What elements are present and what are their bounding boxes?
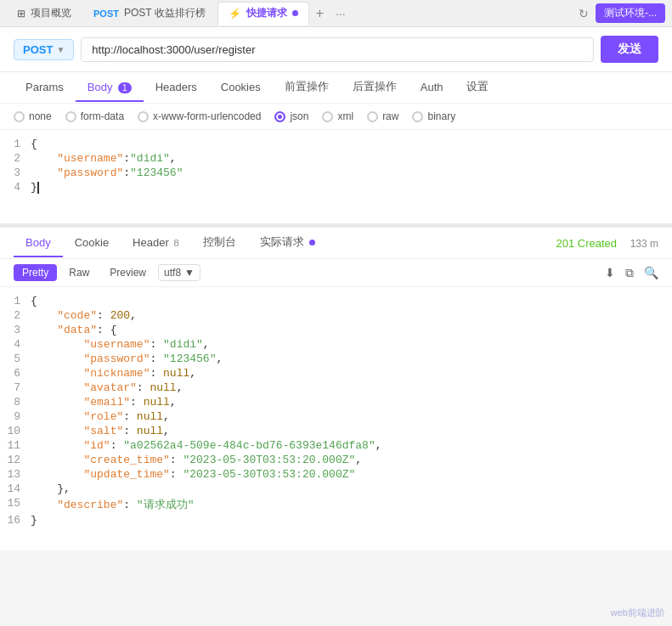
req-line-2: 2 "username":"didi", [0, 151, 672, 166]
method-dropdown-icon: ▼ [56, 45, 65, 54]
search-icon[interactable]: 🔍 [644, 266, 658, 280]
req-line-4: 4 } [0, 180, 672, 195]
tab-quick-request[interactable]: ⚡ 快捷请求 [217, 2, 309, 25]
env-button[interactable]: 测试环境-... [596, 3, 665, 23]
tab-post-income-label: POST 收益排行榜 [124, 6, 206, 20]
tab-params[interactable]: Params [14, 74, 76, 102]
response-status: 201 Created 133 m [556, 237, 658, 250]
radio-binary[interactable]: binary [412, 110, 455, 122]
tab-quick-request-label: 快捷请求 [246, 6, 287, 20]
resp-tab-cookie[interactable]: Cookie [63, 229, 121, 257]
format-icons: ⬇ ⧉ 🔍 [605, 266, 658, 280]
tab-overview[interactable]: ⊞ 项目概览 [7, 2, 82, 25]
resp-line-3: 3 "data": { [0, 323, 672, 337]
post-label: POST [93, 8, 119, 19]
radio-none[interactable]: none [14, 110, 52, 122]
encoding-select[interactable]: utf8 ▼ [158, 264, 200, 281]
resp-line-16: 16 } [0, 513, 672, 527]
resp-line-15: 15 "describe": "请求成功" [0, 496, 672, 513]
tab-bar: ⊞ 项目概览 POST POST 收益排行榜 ⚡ 快捷请求 + ··· ↻ 测试… [0, 0, 672, 27]
request-section: Params Body 1 Headers Cookies 前置操作 后置操作 … [0, 72, 672, 227]
body-type-row: none form-data x-www-form-urlencoded jso… [0, 104, 672, 130]
tab-more-button[interactable]: ··· [330, 7, 351, 20]
header-badge: 8 [173, 238, 178, 248]
method-label: POST [23, 43, 53, 56]
req-line-3: 3 "password":"123456" [0, 166, 672, 180]
tab-headers[interactable]: Headers [144, 74, 209, 102]
radio-json[interactable]: json [274, 110, 308, 122]
url-bar: POST ▼ 发送 [0, 27, 672, 72]
format-bar: Pretty Raw Preview utf8 ▼ ⬇ ⧉ 🔍 [0, 259, 672, 287]
encoding-dropdown-icon: ▼ [184, 267, 195, 279]
radio-xml[interactable]: xml [322, 110, 353, 122]
tab-settings[interactable]: 设置 [455, 72, 500, 103]
bolt-icon: ⚡ [229, 8, 241, 20]
copy-icon[interactable]: ⧉ [625, 266, 634, 280]
resp-line-9: 9 "role": null, [0, 409, 672, 424]
response-size: 133 m [630, 238, 658, 250]
request-body-editor[interactable]: 1 { 2 "username":"didi", 3 "password":"1… [0, 130, 672, 223]
radio-none-circle [14, 111, 25, 122]
resp-line-14: 14 }, [0, 482, 672, 496]
resp-line-11: 11 "id": "a02562a4-509e-484c-bd76-6393e1… [0, 438, 672, 453]
url-input[interactable] [81, 37, 594, 62]
tab-post-op[interactable]: 后置操作 [341, 72, 409, 103]
actual-request-dot [309, 240, 315, 245]
resp-tab-actual-request[interactable]: 实际请求 [248, 228, 328, 258]
response-body-viewer: 1 { 2 "code": 200, 3 "data": { 4 "userna… [0, 287, 672, 550]
resp-line-5: 5 "password": "123456", [0, 352, 672, 366]
radio-raw-circle [367, 111, 378, 122]
resp-line-1: 1 { [0, 294, 672, 308]
body-badge: 1 [118, 82, 132, 93]
tab-right-area: ↻ 测试环境-... [579, 3, 665, 23]
response-section: Body Cookie Header 8 控制台 实际请求 201 Create… [0, 227, 672, 550]
radio-form-data-circle [65, 111, 76, 122]
method-select[interactable]: POST ▼ [14, 39, 74, 60]
radio-form-data[interactable]: form-data [65, 110, 124, 122]
radio-raw[interactable]: raw [367, 110, 398, 122]
resp-line-10: 10 "salt": null, [0, 424, 672, 438]
fmt-pretty-button[interactable]: Pretty [14, 264, 57, 281]
resp-line-7: 7 "avatar": null, [0, 381, 672, 395]
resp-tab-console[interactable]: 控制台 [191, 228, 248, 258]
encoding-label: utf8 [164, 267, 181, 279]
fmt-preview-button[interactable]: Preview [101, 264, 155, 281]
req-line-1: 1 { [0, 137, 672, 151]
resp-line-4: 4 "username": "didi", [0, 337, 672, 352]
tab-pre-op[interactable]: 前置操作 [273, 72, 341, 103]
radio-json-circle [274, 111, 285, 122]
radio-x-www[interactable]: x-www-form-urlencoded [138, 110, 261, 122]
send-button[interactable]: 发送 [601, 36, 658, 63]
tab-auth[interactable]: Auth [409, 74, 455, 102]
tab-body[interactable]: Body 1 [76, 74, 144, 102]
resp-tab-body[interactable]: Body [14, 229, 63, 257]
tab-overview-label: 项目概览 [31, 6, 71, 20]
grid-icon: ⊞ [17, 8, 25, 20]
resp-line-13: 13 "update_time": "2023-05-30T03:53:20.0… [0, 467, 672, 482]
resp-line-8: 8 "email": null, [0, 395, 672, 409]
tab-dot [292, 10, 298, 16]
resp-line-2: 2 "code": 200, [0, 308, 672, 323]
request-tabs-nav: Params Body 1 Headers Cookies 前置操作 后置操作 … [0, 72, 672, 104]
radio-xml-circle [322, 111, 333, 122]
resp-tab-header[interactable]: Header 8 [121, 229, 190, 257]
radio-binary-circle [412, 111, 423, 122]
download-icon[interactable]: ⬇ [605, 266, 615, 280]
resp-line-12: 12 "create_time": "2023-05-30T03:53:20.0… [0, 453, 672, 467]
refresh-icon[interactable]: ↻ [579, 7, 589, 20]
tab-add-button[interactable]: + [311, 6, 329, 21]
fmt-raw-button[interactable]: Raw [60, 264, 98, 281]
tab-post-income[interactable]: POST POST 收益排行榜 [83, 2, 216, 25]
resp-line-6: 6 "nickname": null, [0, 366, 672, 381]
tab-cookies[interactable]: Cookies [209, 74, 273, 102]
radio-x-www-circle [138, 111, 149, 122]
response-tabs-bar: Body Cookie Header 8 控制台 实际请求 201 Create… [0, 227, 672, 259]
watermark: web前端进阶 [611, 606, 665, 619]
